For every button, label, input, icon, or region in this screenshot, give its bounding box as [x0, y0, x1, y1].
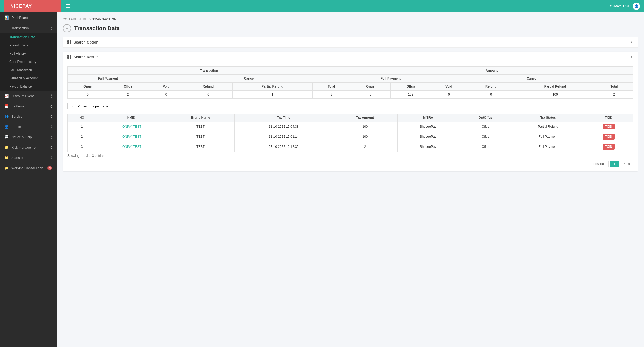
transaction-chevron: ❮ [50, 26, 53, 30]
txid-button[interactable]: TXID [603, 134, 615, 140]
summary-table-wrap: Transaction Amount Full Payment Cancel F… [67, 66, 633, 99]
td-trx-status: Full Payment [512, 132, 584, 142]
summary-td-1: 2 [108, 91, 148, 99]
main-th-trx-status: Trx Status [512, 114, 584, 122]
td-imid[interactable]: IONPAYTEST [96, 132, 167, 142]
result-grid-icon [67, 55, 71, 59]
pagination-previous[interactable]: Previous [590, 161, 609, 167]
transaction-submenu: Transaction Data Preauth Data Noti Histo… [0, 33, 57, 91]
breadcrumb-current: Transaction [93, 18, 117, 21]
td-imid[interactable]: IONPAYTEST [96, 122, 167, 132]
service-chevron: ❮ [50, 115, 53, 118]
td-mitra: ShopeePay [397, 132, 459, 142]
td-imid[interactable]: IONPAYTEST [96, 142, 167, 152]
sidebar-item-profile[interactable]: 👤 Profile ❮ [0, 122, 57, 132]
pagination-page-1[interactable]: 1 [610, 161, 619, 167]
td-brand-name: TEST [167, 132, 235, 142]
main-layout: 📊 DashBoard ↔ Transaction ❮ Transaction … [0, 12, 644, 347]
imid-link[interactable]: IONPAYTEST [121, 135, 141, 138]
td-brand-name: TEST [167, 122, 235, 132]
summary-th-partial-refund-1: Partial Refund [233, 83, 313, 91]
sidebar-item-dashboard[interactable]: 📊 DashBoard [0, 12, 57, 23]
page-title: Transaction Data [74, 25, 120, 32]
main-th-trx-amount: Trx Amount [333, 114, 397, 122]
sidebar-item-fail-transaction[interactable]: Fail Transaction [0, 66, 57, 74]
pagination-next[interactable]: Next [620, 161, 633, 167]
sidebar-item-noti-history[interactable]: Noti History [0, 49, 57, 58]
summary-th-transaction: Transaction [68, 67, 350, 75]
imid-link[interactable]: IONPAYTEST [121, 125, 141, 128]
service-icon: 👥 [4, 114, 9, 118]
summary-th-full-payment-1: Full Payment [68, 75, 148, 83]
sidebar-item-risk-management[interactable]: 📁 Risk management ❮ [0, 142, 57, 152]
breadcrumb-separator: > [89, 18, 91, 21]
sidebar: 📊 DashBoard ↔ Transaction ❮ Transaction … [0, 12, 57, 347]
grid-icon [67, 40, 71, 44]
sidebar-item-statistic[interactable]: 📁 Statistic ❮ [0, 152, 57, 163]
summary-td-9: 0 [467, 91, 515, 99]
td-mitra: ShopeePay [397, 142, 459, 152]
username-label: IONPAYTEST [609, 4, 630, 8]
txid-button[interactable]: TXID [603, 124, 615, 129]
td-trx-status: Partial Refund [512, 122, 584, 132]
breadcrumb: YOU ARE HERE > Transaction [63, 18, 638, 21]
sidebar-label-loan: Working Capital Loan [11, 166, 43, 170]
td-txid[interactable]: TXID [584, 142, 633, 152]
top-nav-left: NICEPAY ☰ [4, 0, 71, 12]
td-trx-amount: 100 [333, 122, 397, 132]
profile-chevron: ❮ [50, 125, 53, 128]
sidebar-item-settlement[interactable]: 📅 Settlement ❮ [0, 101, 57, 111]
search-option-collapse-icon[interactable]: ▲ [630, 40, 633, 44]
td-txid[interactable]: TXID [584, 122, 633, 132]
discount-icon: 📈 [4, 94, 9, 98]
summary-th-void-2: Void [431, 83, 467, 91]
showing-text: Showing 1 to 3 of 3 entries [67, 154, 633, 158]
sidebar-item-working-capital-loan[interactable]: 📁 Working Capital Loan N [0, 163, 57, 173]
statistic-chevron: ❮ [50, 156, 53, 159]
summary-th-total-1: Total [313, 83, 350, 91]
brand-logo: NICEPAY [4, 0, 61, 12]
top-nav: NICEPAY ☰ IONPAYTEST 👤 [0, 0, 644, 12]
main-table-wrap: NO I-MID Brand Name Trx Time Trx Amount … [67, 114, 633, 152]
back-button[interactable]: ← [63, 24, 71, 32]
summary-th-offus-2: Offus [390, 83, 431, 91]
sidebar-label-statistic: Statistic [11, 156, 23, 160]
top-nav-right: IONPAYTEST 👤 [609, 3, 640, 10]
sidebar-item-service[interactable]: 👥 Service ❮ [0, 111, 57, 122]
sidebar-label-settlement: Settlement [11, 104, 27, 108]
records-per-page-select[interactable]: 50 25 10 [67, 103, 81, 109]
imid-link[interactable]: IONPAYTEST [121, 145, 141, 149]
hamburger-icon[interactable]: ☰ [66, 3, 71, 9]
search-option-title: Search Option [74, 40, 98, 44]
settlement-icon: 📅 [4, 104, 9, 108]
sidebar-item-discount-event[interactable]: 📈 Discount Event ❮ [0, 91, 57, 101]
summary-td-7: 102 [390, 91, 431, 99]
records-per-page-row: 50 25 10 records per page [67, 103, 633, 109]
txid-button[interactable]: TXID [603, 144, 615, 150]
summary-td-0: 0 [68, 91, 108, 99]
sidebar-item-card-event-history[interactable]: Card Event History [0, 58, 57, 66]
td-no: 3 [68, 142, 96, 152]
td-on-offus: Offus [459, 142, 512, 152]
user-icon[interactable]: 👤 [633, 3, 640, 10]
sidebar-item-transaction[interactable]: ↔ Transaction ❮ [0, 23, 57, 33]
search-result-collapse-icon[interactable]: ▼ [630, 55, 633, 59]
search-option-header[interactable]: Search Option ▲ [63, 37, 638, 48]
summary-th-refund-2: Refund [467, 83, 515, 91]
td-trx-amount: 2 [333, 142, 397, 152]
sidebar-item-notice-help[interactable]: 💬 Notice & Help ❮ [0, 132, 57, 142]
td-txid[interactable]: TXID [584, 132, 633, 142]
sidebar-label-transaction: Transaction [11, 26, 29, 30]
summary-th-amount: Amount [350, 67, 633, 75]
summary-th-full-payment-2: Full Payment [350, 75, 431, 83]
sidebar-item-payout-balance[interactable]: Payout Balance [0, 82, 57, 91]
sidebar-item-beneficiary-account[interactable]: Beneficiary Account [0, 74, 57, 82]
sidebar-item-preauth-data[interactable]: Preauth Data [0, 41, 57, 49]
search-result-header[interactable]: Search Result ▼ [63, 52, 638, 62]
profile-icon: 👤 [4, 125, 9, 129]
transaction-icon: ↔ [4, 26, 9, 30]
summary-th-total-2: Total [595, 83, 633, 91]
table-row: 3 IONPAYTEST TEST 07-10-2022 12:12:35 2 … [68, 142, 633, 152]
main-th-imid: I-MID [96, 114, 167, 122]
sidebar-item-transaction-data[interactable]: Transaction Data [0, 33, 57, 41]
